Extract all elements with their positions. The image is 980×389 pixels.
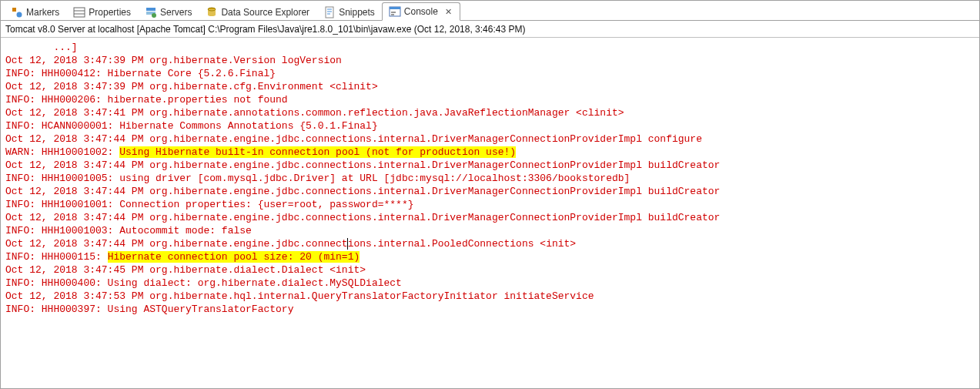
console-line: Oct 12, 2018 3:47:39 PM org.hibernate.Ve… xyxy=(5,54,975,67)
svg-rect-5 xyxy=(146,8,156,11)
tab-label: Servers xyxy=(160,7,192,18)
markers-icon xyxy=(11,6,23,18)
console-icon xyxy=(389,5,401,18)
console-line: Oct 12, 2018 3:47:45 PM org.hibernate.di… xyxy=(5,263,975,277)
datasource-icon xyxy=(206,6,218,18)
tab-console[interactable]: Console ✕ xyxy=(382,2,460,21)
console-line: INFO: HHH000412: Hibernate Core {5.2.6.F… xyxy=(5,67,975,80)
console-line: INFO: HHH10001001: Connection properties… xyxy=(5,198,975,211)
console-line: INFO: HHH000115: Hibernate connection po… xyxy=(5,250,975,263)
console-line: Oct 12, 2018 3:47:44 PM org.hibernate.en… xyxy=(5,211,975,224)
tab-properties[interactable]: Properties xyxy=(66,2,138,21)
tab-label: Snippets xyxy=(339,7,375,18)
console-line: INFO: HCANN000001: Hibernate Commons Ann… xyxy=(5,119,975,132)
console-line: INFO: HHH10001005: using driver [com.mys… xyxy=(5,172,975,185)
servers-icon xyxy=(145,6,157,18)
console-line: Oct 12, 2018 3:47:39 PM org.hibernate.cf… xyxy=(5,80,975,93)
console-line: ...] xyxy=(5,41,975,54)
tab-markers[interactable]: Markers xyxy=(4,2,66,21)
tab-label: Data Source Explorer xyxy=(221,7,309,18)
close-icon[interactable]: ✕ xyxy=(444,7,453,16)
console-line: INFO: HHH000397: Using ASTQueryTranslato… xyxy=(5,303,975,316)
console-line: Oct 12, 2018 3:47:53 PM org.hibernate.hq… xyxy=(5,290,975,303)
svg-point-1 xyxy=(17,12,22,17)
console-line: INFO: HHH10001003: Autocommit mode: fals… xyxy=(5,224,975,237)
highlighted-text: Hibernate connection pool size: 20 (min=… xyxy=(108,251,360,263)
console-line: Oct 12, 2018 3:47:44 PM org.hibernate.en… xyxy=(5,132,975,146)
properties-icon xyxy=(73,6,85,18)
console-line: WARN: HHH10001002: Using Hibernate built… xyxy=(5,146,975,159)
tab-label: Markers xyxy=(26,7,59,18)
svg-rect-2 xyxy=(74,8,85,17)
svg-point-7 xyxy=(152,13,156,18)
console-output[interactable]: ...]Oct 12, 2018 3:47:39 PM org.hibernat… xyxy=(1,38,979,319)
console-line: Oct 12, 2018 3:47:44 PM org.hibernate.en… xyxy=(5,159,975,172)
tab-label: Properties xyxy=(89,7,131,18)
svg-rect-0 xyxy=(12,8,16,12)
console-line: Oct 12, 2018 3:47:44 PM org.hibernate.en… xyxy=(5,185,975,198)
tab-datasource[interactable]: Data Source Explorer xyxy=(199,2,316,21)
console-line: INFO: HHH000206: hibernate.properties no… xyxy=(5,93,975,106)
console-line: Oct 12, 2018 3:47:44 PM org.hibernate.en… xyxy=(5,237,975,250)
console-line: Oct 12, 2018 3:47:41 PM org.hibernate.an… xyxy=(5,106,975,119)
svg-rect-10 xyxy=(326,7,333,18)
console-line: INFO: HHH000400: Using dialect: org.hibe… xyxy=(5,277,975,290)
svg-rect-15 xyxy=(390,7,400,9)
tab-servers[interactable]: Servers xyxy=(138,2,199,21)
tab-bar: Markers Properties Servers Data Source E… xyxy=(1,1,979,21)
console-status: Tomcat v8.0 Server at localhost [Apache … xyxy=(1,21,979,38)
snippets-icon xyxy=(323,6,336,18)
tab-snippets[interactable]: Snippets xyxy=(316,2,382,21)
highlighted-text: Using Hibernate built-in connection pool… xyxy=(119,146,516,158)
text-caret xyxy=(347,238,348,250)
tab-label: Console xyxy=(404,6,438,17)
